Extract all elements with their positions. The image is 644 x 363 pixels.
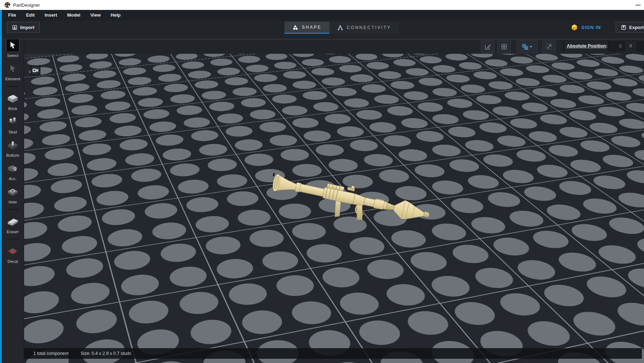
menu-help[interactable]: Help — [107, 12, 124, 18]
model-size: Size: 0.4 x 2.9 x 0.7 studs — [80, 351, 131, 356]
tool-label: Select — [7, 53, 18, 58]
boolean-mode-dropdown[interactable] — [516, 40, 538, 53]
position-y-input[interactable]: 0 — [637, 41, 644, 51]
import-icon — [12, 25, 17, 30]
stud-icon — [6, 116, 19, 127]
tool-bottom[interactable]: Bottom — [6, 138, 19, 157]
window-edge-accent — [0, 0, 2, 363]
scale-expand-icon — [546, 43, 553, 50]
decal-icon — [6, 247, 19, 256]
chevron-down-icon — [529, 45, 533, 48]
grid-squares-icon — [501, 43, 508, 50]
menu-edit[interactable]: Edit — [22, 12, 38, 18]
tab-shape-label: SHAPE — [302, 25, 322, 30]
sidebar-divider — [7, 209, 19, 210]
title-bar: PartDesigner — — [0, 0, 644, 10]
tool-label: Decal — [7, 259, 18, 264]
menu-bar: File Edit Insert Model View Help — [2, 10, 644, 20]
brick-cube-icon — [571, 24, 578, 31]
absolute-position-label: Absolute Position: — [567, 43, 608, 48]
tool-accessory[interactable]: Acc. — [6, 162, 19, 181]
menu-model[interactable]: Model — [63, 12, 84, 18]
mode-tabs: SHAPE CONNECTIVITY — [284, 22, 399, 34]
tool-label: Brick — [8, 106, 17, 111]
window-title: PartDesigner — [13, 2, 40, 8]
axis-x-label: X — [629, 43, 632, 48]
part-designer-window: PartDesigner — File Edit Insert Model Vi… — [0, 0, 644, 363]
toolbar-separator — [563, 42, 564, 52]
export-icon — [621, 25, 626, 30]
tool-label: Bottom — [6, 153, 19, 157]
eraser-icon — [6, 217, 19, 226]
menu-file[interactable]: File — [5, 12, 19, 18]
tool-sidebar: Select Element Brick — [2, 34, 24, 363]
component-count: 1 total component — [33, 351, 68, 356]
scale-selection-button[interactable] — [542, 40, 556, 53]
sidebar-divider — [7, 239, 19, 240]
minimize-button[interactable]: — — [635, 0, 640, 10]
camera-icon — [32, 68, 39, 73]
tool-brick[interactable]: Brick — [6, 92, 19, 111]
tab-connectivity-label: CONNECTIVITY — [347, 25, 391, 30]
element-cursor-icon — [9, 64, 17, 73]
tool-label: Acc. — [9, 177, 17, 181]
select-cursor-icon — [9, 41, 17, 50]
camera-view-button[interactable] — [30, 65, 40, 75]
sign-in-button[interactable]: SIGN IN — [571, 22, 601, 33]
bottom-tube-icon — [6, 140, 19, 150]
tool-label: Stud — [9, 130, 17, 134]
sign-in-label: SIGN IN — [581, 25, 601, 30]
viewport-toolbar: Absolute Position: 0 X 0 — [24, 40, 644, 54]
tab-connectivity[interactable]: CONNECTIVITY — [329, 22, 399, 34]
shape-icon — [292, 24, 298, 30]
menu-view[interactable]: View — [87, 12, 104, 18]
tool-select[interactable]: Select — [6, 39, 19, 58]
viewport-3d[interactable]: 1 total component Size: 0.4 x 2.9 x 0.7 … — [24, 54, 644, 363]
tool-eraser[interactable]: Eraser — [6, 215, 19, 234]
tab-shape[interactable]: SHAPE — [284, 22, 329, 34]
connectivity-icon — [337, 25, 343, 31]
main-toolbar: Import SHAPE CONNECTIVITY — [2, 20, 644, 39]
tool-stud[interactable]: Stud — [6, 115, 19, 134]
app-palette-icon — [4, 2, 11, 8]
tool-element[interactable]: Element — [5, 62, 20, 81]
tool-hole[interactable]: Hole — [6, 185, 19, 204]
import-label: Import — [20, 25, 34, 30]
part-model-rpg[interactable] — [272, 159, 439, 230]
import-button[interactable]: Import — [7, 22, 40, 33]
status-bar: 1 total component Size: 0.4 x 2.9 x 0.7 … — [24, 348, 642, 359]
tool-label: Hole — [9, 200, 17, 204]
hole-icon — [6, 186, 19, 197]
export-label: Export to S — [629, 25, 644, 30]
export-to-studio-button[interactable]: Export to S — [616, 22, 644, 33]
sidebar-divider — [7, 86, 19, 87]
tool-decal[interactable]: Decal — [6, 244, 19, 264]
edit-part-button[interactable] — [481, 40, 495, 53]
component-grid-button[interactable] — [497, 40, 511, 53]
accessory-icon — [6, 163, 19, 174]
tool-label: Eraser — [7, 230, 19, 234]
position-x-input[interactable]: 0 — [608, 41, 625, 51]
menu-insert[interactable]: Insert — [41, 12, 61, 18]
overlap-squares-icon — [521, 43, 529, 50]
edit-pencil-icon — [484, 43, 491, 50]
brick-icon — [6, 93, 19, 104]
tool-label: Element — [5, 77, 20, 81]
